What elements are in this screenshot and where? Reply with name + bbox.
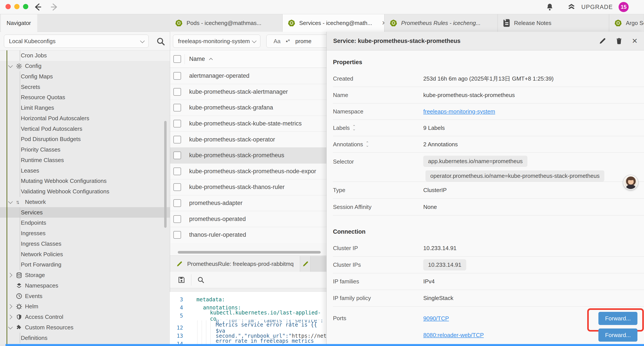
- close-window-button[interactable]: [6, 4, 11, 9]
- regex-toggle[interactable]: ▪*: [286, 38, 290, 45]
- sidebar-tree-item[interactable]: Namespaces: [0, 281, 170, 291]
- forward-icon[interactable]: [50, 2, 59, 12]
- sidebar-tree-item[interactable]: ↑↓ Network: [0, 197, 170, 207]
- table-row[interactable]: kube-prometheus-stack-prometheus: [170, 148, 326, 164]
- row-checkbox[interactable]: [174, 199, 181, 207]
- sidebar-tree-item[interactable]: Validating Webhook Configurations: [0, 186, 170, 197]
- editor-tab-prometheusrule[interactable]: PrometheusRule: freeleaps-prod-rabbitmq: [170, 256, 300, 272]
- row-checkbox[interactable]: [174, 152, 181, 159]
- select-all-checkbox[interactable]: [174, 55, 181, 63]
- sidebar-tree-item[interactable]: Access Control: [0, 312, 170, 322]
- tab-release-notes[interactable]: Release Notes: [498, 14, 609, 32]
- forward-port-button[interactable]: Forward...: [598, 329, 638, 342]
- user-avatar[interactable]: [624, 175, 638, 190]
- table-row[interactable]: alertmanager-operated: [170, 68, 326, 84]
- sidebar-tree-item[interactable]: Limit Ranges: [0, 103, 170, 113]
- row-checkbox[interactable]: [174, 168, 181, 175]
- sidebar-tree-item[interactable]: Helm: [0, 301, 170, 312]
- tree-chevron-icon[interactable]: [8, 315, 16, 319]
- tab-prometheus-rules[interactable]: Prometheus Rules - icecheng...: [384, 14, 498, 32]
- sidebar-tree-item[interactable]: Network Policies: [0, 249, 170, 260]
- upgrade-label[interactable]: UPGRADE: [581, 4, 613, 10]
- row-checkbox[interactable]: [174, 104, 181, 111]
- table-row[interactable]: kube-prometheus-stack-alertmanager: [170, 84, 326, 100]
- table-row[interactable]: kube-prometheus-stack-thanos-ruler: [170, 179, 326, 195]
- port-link-8080[interactable]: 8080:reloader-web/TCP: [423, 332, 484, 339]
- table-row[interactable]: prometheus-adapter: [170, 195, 326, 211]
- expand-toggle-icon[interactable]: ⌃⌄: [366, 142, 369, 147]
- table-row[interactable]: thanos-ruler-operated: [170, 227, 326, 243]
- sidebar-tree-item[interactable]: Resource Quotas: [0, 92, 170, 103]
- tree-chevron-icon[interactable]: [8, 64, 16, 68]
- sidebar-tree-item[interactable]: Runtime Classes: [0, 155, 170, 166]
- sidebar-tree-item[interactable]: Secrets: [0, 82, 170, 92]
- sidebar-tree-item[interactable]: Pod Disruption Budgets: [0, 134, 170, 145]
- sidebar-search-icon[interactable]: [156, 37, 165, 46]
- notifications-bell-icon[interactable]: [546, 3, 554, 11]
- table-row[interactable]: kube-prometheus-stack-operator: [170, 132, 326, 148]
- back-icon[interactable]: [33, 2, 42, 12]
- sidebar-tree-item[interactable]: Storage: [0, 270, 170, 281]
- tab-services[interactable]: Services - icecheng@math... ✕: [282, 14, 384, 32]
- sidebar-tree-item[interactable]: Cron Jobs: [0, 50, 170, 61]
- match-case-toggle[interactable]: Aa: [274, 38, 280, 45]
- sidebar-scrollbar[interactable]: [164, 121, 166, 228]
- sidebar-tree-item[interactable]: Ingress Classes: [0, 239, 170, 249]
- namespace-select[interactable]: freeleaps-monitoring-system: [173, 34, 260, 48]
- table-row[interactable]: kube-prometheus-stack-kube-state-metrics: [170, 116, 326, 132]
- save-icon[interactable]: [178, 276, 186, 284]
- sidebar-tree-item[interactable]: Port Forwarding: [0, 260, 170, 270]
- service-details-drawer: Service: kube-prometheus-stack-prometheu…: [326, 32, 644, 344]
- tree-chevron-icon[interactable]: [8, 326, 16, 329]
- row-checkbox[interactable]: [174, 183, 181, 191]
- delete-trash-icon[interactable]: [616, 37, 622, 45]
- editor-search-icon[interactable]: [197, 276, 204, 284]
- sidebar-tree-item[interactable]: Vertical Pod Autoscalers: [0, 123, 170, 134]
- tree-chevron-icon[interactable]: [8, 305, 16, 308]
- notification-count-badge[interactable]: 15: [618, 2, 629, 12]
- upgrade-icon[interactable]: [567, 3, 576, 11]
- zoom-window-button[interactable]: [23, 4, 28, 9]
- table-row[interactable]: kube-prometheus-stack-prometheus-node-ex…: [170, 164, 326, 180]
- row-checkbox[interactable]: [174, 136, 181, 143]
- sidebar-tree-item[interactable]: Custom Resources: [0, 322, 170, 333]
- tree-chevron-icon[interactable]: [8, 274, 16, 277]
- row-checkbox[interactable]: [174, 215, 181, 223]
- column-name[interactable]: Name: [189, 56, 205, 62]
- tree-indent-guide: [20, 50, 20, 61]
- sidebar-tree-item[interactable]: Events: [0, 291, 170, 301]
- expand-toggle-icon[interactable]: ⌃⌄: [352, 125, 356, 130]
- sidebar-tree-item[interactable]: Horizontal Pod Autoscalers: [0, 113, 170, 124]
- sidebar-tree-item[interactable]: Config: [0, 61, 170, 71]
- sidebar-tree-item[interactable]: Ingresses: [0, 228, 170, 239]
- minimize-window-button[interactable]: [14, 4, 20, 9]
- sort-ascending-icon[interactable]: [209, 58, 213, 61]
- sidebar-tree-item[interactable]: Priority Classes: [0, 145, 170, 155]
- navigator-tab[interactable]: Navigator: [1, 14, 37, 32]
- sidebar-tree-item[interactable]: Leases: [0, 165, 170, 176]
- table-hscrollbar[interactable]: [178, 251, 321, 254]
- table-row[interactable]: kube-prometheus-stack-grafana: [170, 100, 326, 116]
- row-checkbox[interactable]: [174, 72, 181, 80]
- sidebar-tree-item[interactable]: Mutating Webhook Configurations: [0, 176, 170, 186]
- edit-icon[interactable]: [599, 37, 606, 45]
- row-checkbox[interactable]: [174, 120, 181, 127]
- close-icon[interactable]: ✕: [632, 37, 638, 45]
- sidebar-tree-item[interactable]: Services: [0, 207, 170, 218]
- tree-chevron-icon[interactable]: [8, 200, 16, 204]
- editor-tab-fragment[interactable]: [300, 256, 310, 272]
- resource-search-input[interactable]: Aa ▪* prome: [266, 34, 332, 48]
- yaml-editor[interactable]: 3 metadata: 4 annotations: 5 kubectl.kub…: [170, 292, 326, 344]
- tab-pods[interactable]: Pods - icecheng@mathmas...: [170, 14, 282, 32]
- namespace-link[interactable]: freeleaps-monitoring-system: [423, 108, 495, 115]
- sidebar-tree-item[interactable]: Config Maps: [0, 71, 170, 82]
- kubeconfig-select[interactable]: Local Kubeconfigs: [4, 34, 148, 48]
- row-checkbox[interactable]: [174, 88, 181, 96]
- close-tab-icon[interactable]: ✕: [382, 20, 384, 26]
- table-row[interactable]: prometheus-operated: [170, 211, 326, 227]
- port-link-9090[interactable]: 9090/TCP: [423, 315, 449, 322]
- sidebar-tree-item[interactable]: Definitions: [0, 333, 170, 343]
- sidebar-tree-item[interactable]: Endpoints: [0, 218, 170, 228]
- row-checkbox[interactable]: [174, 231, 181, 239]
- tab-argo[interactable]: Argo Se: [609, 14, 644, 32]
